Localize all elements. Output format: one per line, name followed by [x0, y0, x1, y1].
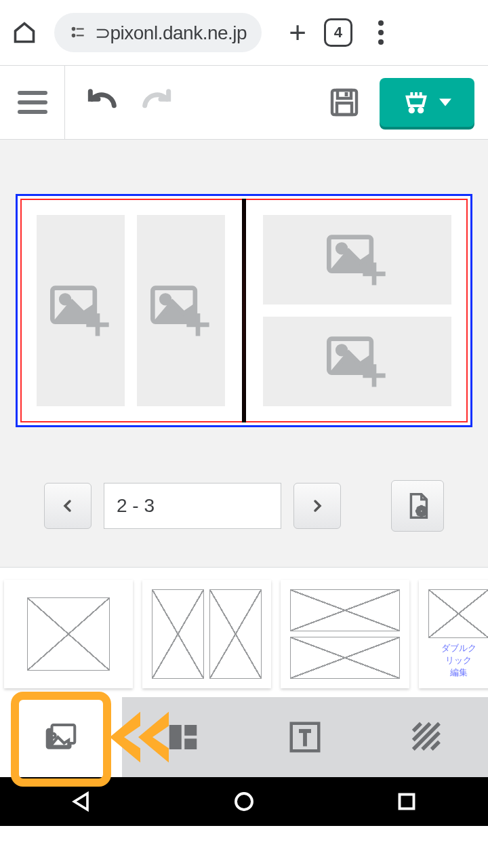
svg-line-42: [424, 507, 426, 509]
svg-point-0: [73, 28, 75, 30]
svg-marker-61: [75, 793, 88, 810]
undo-icon[interactable]: [84, 83, 122, 121]
svg-point-46: [52, 734, 56, 738]
layout-thumb[interactable]: [281, 580, 409, 688]
overview-icon[interactable]: [394, 789, 419, 814]
browser-menu-button[interactable]: [374, 16, 388, 49]
url-bar[interactable]: ⊃pixonl.dank.ne.jp: [54, 13, 262, 52]
chevron-down-icon: [439, 96, 451, 108]
tab-layouts[interactable]: [122, 697, 244, 777]
svg-line-58: [432, 742, 439, 749]
svg-point-11: [410, 108, 413, 112]
svg-line-55: [413, 724, 430, 741]
svg-line-41: [424, 514, 426, 515]
browser-bar: ⊃pixonl.dank.ne.jp + 4: [0, 0, 488, 65]
svg-rect-63: [400, 795, 414, 809]
text-icon: [287, 719, 323, 755]
tab-photos[interactable]: [0, 697, 122, 777]
app-toolbar: [0, 65, 488, 140]
chevron-left-icon: [60, 498, 76, 514]
image-slot[interactable]: [137, 215, 225, 406]
cart-icon: [403, 89, 430, 116]
page-indicator[interactable]: 2 - 3: [104, 483, 281, 529]
android-nav-bar: [0, 777, 488, 826]
page-spread[interactable]: [16, 194, 472, 427]
svg-point-30: [338, 347, 346, 355]
image-slot[interactable]: [263, 317, 451, 406]
layout-placeholder: [27, 597, 110, 671]
layout-placeholder: [209, 589, 262, 679]
layout-placeholder: [152, 589, 204, 679]
image-slot[interactable]: [37, 215, 125, 406]
svg-point-12: [419, 108, 422, 112]
url-text: ⊃pixonl.dank.ne.jp: [95, 22, 247, 44]
svg-rect-5: [338, 90, 351, 98]
layout-thumb[interactable]: ダブルク リック 編集: [419, 580, 488, 688]
svg-rect-48: [169, 725, 182, 749]
page-left: [18, 196, 244, 425]
layout-thumb[interactable]: [142, 580, 271, 688]
layout-thumb[interactable]: [4, 580, 133, 688]
cart-button[interactable]: [380, 78, 474, 127]
chevron-right-icon: [309, 498, 325, 514]
layout-thumbnails: ダブルク リック 編集: [0, 567, 488, 697]
svg-point-25: [338, 245, 346, 253]
thumb-jp-text: ダブルク リック 編集: [428, 642, 488, 679]
page-gear-icon: [402, 490, 433, 521]
svg-point-35: [420, 509, 423, 513]
menu-button[interactable]: [0, 66, 65, 139]
page-navigator: 2 - 3: [44, 480, 444, 532]
home-icon[interactable]: [12, 20, 37, 45]
image-slot[interactable]: [263, 215, 451, 304]
prev-page-button[interactable]: [44, 483, 92, 529]
svg-line-56: [413, 724, 421, 731]
svg-rect-50: [184, 738, 197, 749]
page-right: [244, 196, 470, 425]
layout-placeholder: [428, 589, 488, 638]
home-circle-icon[interactable]: [232, 789, 256, 814]
hatch-icon: [409, 719, 445, 755]
add-image-icon: [320, 226, 394, 294]
spread-spine: [242, 199, 246, 422]
svg-point-62: [236, 793, 252, 810]
svg-point-2: [73, 35, 75, 37]
svg-line-40: [418, 507, 419, 509]
bottom-tabs: [0, 697, 488, 777]
new-tab-button[interactable]: +: [289, 16, 306, 50]
layout-placeholder: [290, 637, 400, 679]
add-image-icon: [147, 277, 215, 344]
tab-background[interactable]: [366, 697, 488, 777]
add-image-icon: [320, 328, 394, 395]
tab-switcher[interactable]: 4: [324, 18, 352, 47]
svg-point-20: [161, 296, 169, 304]
tab-text[interactable]: [244, 697, 366, 777]
redo-icon: [137, 83, 175, 121]
add-image-icon: [47, 277, 115, 344]
layouts-icon: [165, 719, 201, 755]
save-icon[interactable]: [328, 86, 361, 119]
next-page-button[interactable]: [293, 483, 341, 529]
back-icon[interactable]: [69, 789, 94, 814]
svg-marker-13: [439, 99, 451, 106]
svg-rect-7: [337, 103, 352, 115]
photos-icon: [43, 719, 79, 755]
layout-placeholder: [290, 589, 400, 631]
page-settings-button[interactable]: [391, 480, 444, 532]
svg-line-57: [422, 732, 439, 749]
svg-line-43: [418, 514, 419, 515]
svg-point-15: [61, 296, 69, 304]
canvas-area: 2 - 3: [0, 140, 488, 567]
svg-rect-49: [184, 725, 197, 736]
site-info-icon: [69, 24, 87, 41]
